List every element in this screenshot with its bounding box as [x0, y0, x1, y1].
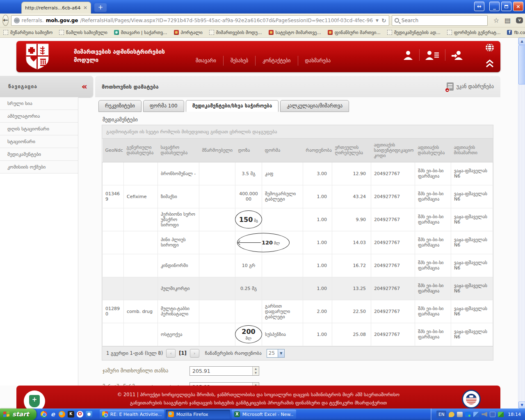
column-header[interactable]: გენერიული დასახელება [124, 139, 158, 162]
start-button[interactable]: start [0, 409, 37, 420]
logout-icon[interactable] [445, 49, 469, 61]
display-icon[interactable] [498, 412, 504, 417]
column-header[interactable]: დოზა [235, 139, 262, 162]
page-scrollbar[interactable]: ▲ ▼ [518, 38, 525, 409]
nav-item-contacts[interactable]: კონტაქტები [255, 56, 297, 66]
teamviewer-icon[interactable] [465, 412, 471, 417]
nav-item-help[interactable]: დახმარება [298, 56, 338, 66]
tab-close-icon[interactable]: ✕ [83, 5, 87, 11]
scroll-down-icon[interactable]: ▼ [518, 402, 525, 409]
table-row[interactable]: 012890comb. drugმულტი-ტაბსი პერინატალიგა… [103, 300, 493, 323]
sidebar-item-0[interactable]: სრული სია [0, 97, 78, 110]
table-row[interactable]: ბრონხომუნალ -3.5 მგკაფ3.0012.90204927767… [103, 162, 493, 185]
scrollbar-thumb[interactable] [518, 45, 525, 84]
column-header[interactable]: აფთიაქის დასახელება [415, 139, 451, 162]
bookmark-item[interactable]: პორტალი [174, 30, 203, 35]
language-globe-icon[interactable] [485, 43, 497, 52]
table-row[interactable]: ოსტეოქეა200 მლსუსპენზია1.0025.0820492776… [103, 323, 493, 346]
page-size-select[interactable]: 25 ▼ [267, 349, 285, 358]
table-row[interactable]: პულმიკორტი0.25 მგ1.0013.25204927767შპს ე… [103, 277, 493, 300]
sidebar-item-4[interactable]: მედიკამენტები [0, 148, 78, 161]
cell-pharmacy-code: 204927767 [371, 185, 415, 208]
pager-current-page[interactable]: [1] [179, 350, 187, 356]
tab-medications[interactable]: მედიკამენტები/სხვა საჭიროება [186, 100, 279, 112]
url-dropdown-icon[interactable]: ▼ [375, 18, 379, 23]
back-button[interactable]: ← [2, 15, 9, 26]
column-header[interactable]: რაოდენობა [303, 139, 332, 162]
nav-item-home[interactable]: მთავარი [189, 56, 223, 66]
bookmark-item[interactable]: ფორმების გენერატ... [447, 30, 501, 35]
messenger-icon[interactable] [86, 411, 92, 418]
volume-icon[interactable] [482, 412, 487, 417]
back-to-list-button[interactable]: ◄ უკან დაბრუნება [447, 82, 494, 91]
column-header[interactable]: GeoNdc [103, 139, 124, 162]
page-viewport: მიმართვების ადმინისტრირების მოდული მთავა… [0, 38, 525, 409]
column-header[interactable]: აფთიაქის საიდენტიფიკაციო კოდი [371, 139, 415, 162]
grid-group-hint[interactable]: გადმოიტანეთ ის სვეტი რომლის მიხედვითაც გ… [102, 125, 493, 139]
table-row[interactable]: პინი პლიუს სიროფი120 მლ1.0014.0320492776… [103, 231, 493, 254]
url-bar[interactable]: referrals.moh.gov.ge/ReferralsHall/Pages… [11, 15, 389, 26]
printer-icon[interactable] [457, 412, 463, 417]
column-header[interactable]: სავაჭრო დასახელება [158, 139, 199, 162]
user-list-icon[interactable] [419, 49, 445, 61]
total-requested-input[interactable]: 205.91 ▲▼ [189, 366, 259, 376]
chrome-icon[interactable] [41, 411, 47, 418]
tray-app2-icon[interactable] [490, 412, 495, 417]
sidebar-item-5[interactable]: კომისიის ოქმები [0, 161, 78, 173]
task-window-email[interactable]: RE: E Health Activitie... [100, 410, 164, 419]
network-icon[interactable] [473, 412, 479, 417]
table-row[interactable]: კინდინორმი10 გრ1.0016.72204927767შპს ეი-… [103, 254, 493, 277]
pager-next-icon[interactable]: › [190, 349, 199, 358]
bookmark-item[interactable]: მედიკამენტების ად... [387, 30, 441, 35]
bookmark-item[interactable]: ffb.com [507, 30, 525, 35]
tray-app-icon[interactable] [449, 412, 454, 417]
search-input[interactable] [402, 18, 475, 23]
bookmark-item[interactable]: წამლის სამიეზული [59, 30, 107, 35]
restore-button[interactable] [501, 2, 511, 11]
browser-tab[interactable]: http://referrals...6cb-a64c6078eb1a ✕ [21, 2, 91, 14]
bookmarks-menu-icon[interactable]: ▤ [504, 17, 511, 24]
nav-item-about[interactable]: შესახებ [223, 56, 255, 66]
table-row[interactable]: ჰერბიონი სურო უშაქრო სიროფი150 მგ1.009.9… [103, 208, 493, 231]
task-window-firefox[interactable]: Mozilla Firefox [166, 410, 230, 419]
task-window-excel[interactable]: X Microsoft Excel - New... [232, 410, 296, 419]
column-header[interactable]: ერთეულის ღირებულება [332, 139, 371, 162]
bookmark-star-icon[interactable]: ☆ [493, 17, 499, 24]
firefox-icon[interactable] [59, 411, 65, 418]
column-header[interactable]: მწარმოებელი [199, 139, 235, 162]
resize-icon[interactable]: ↔ [474, 2, 484, 11]
column-header[interactable]: აფთიაქის მისამართი [451, 139, 493, 162]
table-row[interactable]: 013469Cefiximeზიმაქსი400.00000შემოგარსულ… [103, 185, 493, 208]
profile-icon[interactable] [397, 49, 419, 61]
tab-calculation[interactable]: კალკულაცია/მიმართვა [280, 100, 349, 112]
ie-icon[interactable]: e [50, 411, 56, 418]
bookmark-item[interactable]: სატესტო მიმართვე... [269, 30, 321, 35]
bookmark-item[interactable]: მიმართვების მოდუ... [209, 30, 262, 35]
bookmark-item[interactable]: ფინანსური მართვი... [328, 30, 381, 35]
select-dropdown-icon[interactable]: ▼ [278, 349, 284, 357]
tab-requisites[interactable]: რეკვიზიტები [98, 100, 142, 112]
pager-prev-icon[interactable]: ‹ [166, 349, 176, 358]
search-bar[interactable] [392, 15, 488, 26]
reload-icon[interactable]: ↻ [381, 17, 386, 24]
scroll-up-icon[interactable]: ▲ [518, 38, 525, 45]
column-header[interactable]: ფორმა [262, 139, 303, 162]
bookmark-item[interactable]: მთავარი | საქართვ... [114, 30, 167, 35]
sidebar-item-2[interactable]: დღის სტაციონარი [0, 123, 78, 135]
sidebar-item-3[interactable]: სტაციონარი [0, 135, 78, 148]
new-tab-button[interactable]: + [94, 3, 107, 12]
bookmark-item[interactable]: მეწარმეთა სამიეზო [3, 30, 52, 35]
pocket-icon[interactable]: v [516, 17, 523, 23]
spinner-arrows[interactable]: ▲▼ [252, 367, 259, 375]
opera-icon[interactable]: O [77, 411, 83, 418]
close-button[interactable]: × [513, 2, 523, 11]
site-identity-icon[interactable] [14, 18, 20, 23]
sidebar-item-1[interactable]: ამბულატორია [0, 110, 78, 123]
cell-generic-name [124, 323, 158, 346]
language-indicator[interactable]: EN [436, 411, 446, 418]
minimize-button[interactable]: _ [489, 2, 500, 11]
sidebar-collapse-icon[interactable]: « [82, 82, 87, 91]
collapse-header-icon[interactable] [485, 59, 497, 68]
kmplayer-icon[interactable]: K [68, 411, 74, 418]
tab-form100[interactable]: ფორმა 100 [143, 100, 184, 112]
